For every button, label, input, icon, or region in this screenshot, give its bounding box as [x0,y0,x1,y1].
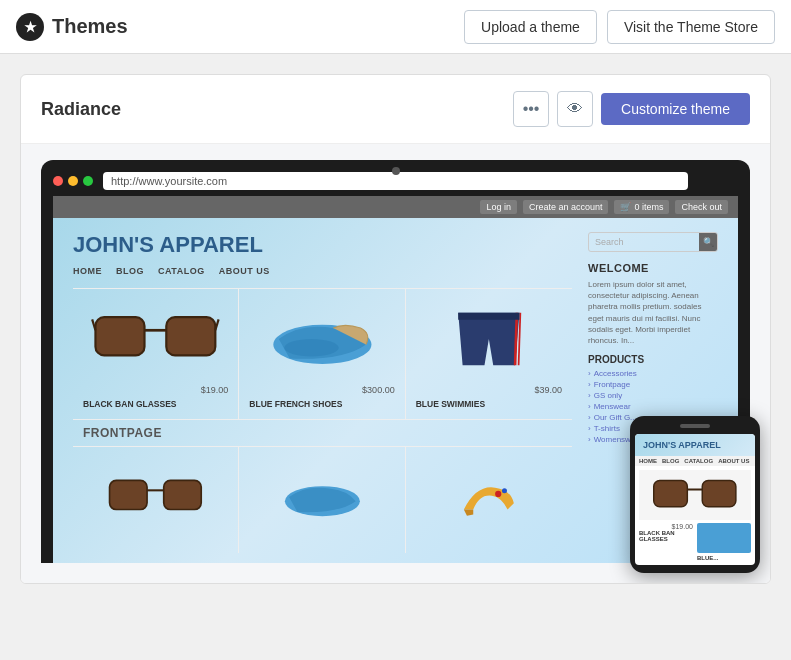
product-image-2 [249,299,394,379]
mobile-nav-blog: Blog [662,458,679,464]
customize-theme-button[interactable]: Customize theme [601,93,750,125]
svg-point-14 [495,491,501,497]
mobile-product-name-2: Blue... [697,555,751,561]
store-top-bar: Log in Create an account 🛒 0 items Check… [53,196,738,218]
header-buttons: Upload a theme Visit the Theme Store [464,10,775,44]
nav-home: Home [73,266,102,276]
mobile-brand: JOHN'S APPAREL [635,434,755,456]
dots-icon: ••• [523,100,540,118]
close-dot [53,176,63,186]
mobile-product-col2: Blue... [697,523,751,561]
mobile-products: $19.00 Black Ban Glasses Blue... [635,466,755,565]
mobile-nav-home: Home [639,458,657,464]
product-image-4 [83,457,228,537]
eye-icon: 👁 [567,100,583,118]
store-checkout-btn: Check out [675,200,728,214]
sunglasses-image [90,304,221,374]
nav-blog: Blog [116,266,144,276]
search-button: 🔍 [699,233,717,251]
product-item-5 [239,447,405,553]
product-image-6 [416,457,562,537]
product-item-3: $39.00 Blue Swimmies [406,289,572,419]
nav-catalog: Catalog [158,266,205,276]
theme-actions: ••• 👁 Customize theme [513,91,750,127]
maximize-dot [83,176,93,186]
svg-rect-9 [458,313,519,320]
product-image-1 [83,299,228,379]
product-price-1: $19.00 [83,385,228,395]
product-image-5 [249,457,394,537]
more-options-button[interactable]: ••• [513,91,549,127]
preview-button[interactable]: 👁 [557,91,593,127]
visit-theme-store-button[interactable]: Visit the Theme Store [607,10,775,44]
heels-image [423,472,555,522]
product-grid: $19.00 Black Ban Glasses [73,288,572,419]
store-login-btn: Log in [480,200,517,214]
nav-about: About Us [219,266,270,276]
store-brand: JOHN'S APPAREL [73,232,572,258]
svg-rect-0 [96,317,145,355]
store-cart: 🛒 0 items [614,200,669,214]
store-main-content: JOHN'S APPAREL Home Blog Catalog About U… [73,232,572,553]
search-placeholder: Search [589,234,699,250]
mobile-product-col1: $19.00 Black Ban Glasses [639,523,693,561]
svg-rect-1 [167,317,216,355]
mobile-speaker [680,424,710,428]
product-title-1: Black Ban Glasses [83,399,228,409]
minimize-dot [68,176,78,186]
mobile-nav-about: About Us [718,458,749,464]
product-item-1: $19.00 Black Ban Glasses [73,289,239,419]
svg-point-15 [502,488,507,493]
section-label: Frontpage [73,420,572,446]
theme-card: Radiance ••• 👁 Customize theme [20,74,771,584]
laptop-toolbar: http://www.yoursite.com [53,172,738,190]
store-nav: Home Blog Catalog About Us [73,266,572,276]
product-item-4 [73,447,239,553]
product-item-6 [406,447,572,553]
header-left: ★ Themes [16,13,128,41]
upload-theme-button[interactable]: Upload a theme [464,10,597,44]
svg-rect-10 [110,480,148,509]
cart-icon: 🛒 [620,202,631,212]
cart-count: 0 items [634,202,663,212]
product-item-2: $300.00 Blue French Shoes [239,289,405,419]
theme-name: Radiance [41,99,121,120]
sunglasses-image-2 [90,472,221,522]
shorts-image [423,304,555,374]
mobile-shoes-preview [697,523,751,553]
sidebar-link-frontpage: Frontpage [588,380,718,389]
product-title-2: Blue French Shoes [249,399,394,409]
sidebar-link-menswear: Menswear [588,402,718,411]
main-content: Radiance ••• 👁 Customize theme [0,54,791,604]
sidebar-link-gsonly: GS only [588,391,718,400]
search-bar: Search 🔍 [588,232,718,252]
product-price-2: $300.00 [249,385,394,395]
logo-icon: ★ [16,13,44,41]
product-grid-2 [73,446,572,553]
store-create-account-btn: Create an account [523,200,609,214]
window-controls [53,176,93,186]
svg-rect-17 [702,480,736,506]
mobile-mockup: JOHN'S APPAREL Home Blog Catalog About U… [630,416,760,573]
product-price-3: $39.00 [416,385,562,395]
svg-point-6 [284,339,338,356]
theme-card-header: Radiance ••• 👁 Customize theme [21,75,770,144]
shoes-image-2 [257,472,388,522]
shoes-image [257,304,388,374]
product-image-3 [416,299,562,379]
mobile-nav-catalog: Catalog [684,458,713,464]
svg-rect-11 [164,480,202,509]
mobile-product-image [639,470,751,520]
welcome-text: Lorem ipsum dolor sit amet, consectetur … [588,279,718,346]
sidebar-products-title: Products [588,354,718,365]
page-title: Themes [52,15,128,38]
mobile-nav: Home Blog Catalog About Us [635,456,755,466]
mobile-product-name: Black Ban Glasses [639,530,693,542]
svg-line-7 [515,313,517,366]
mobile-screen: JOHN'S APPAREL Home Blog Catalog About U… [635,434,755,565]
sidebar-link-accessories: Accessories [588,369,718,378]
svg-rect-16 [654,480,688,506]
welcome-title: Welcome [588,262,718,274]
product-title-3: Blue Swimmies [416,399,562,409]
mobile-sunglasses [650,473,740,518]
